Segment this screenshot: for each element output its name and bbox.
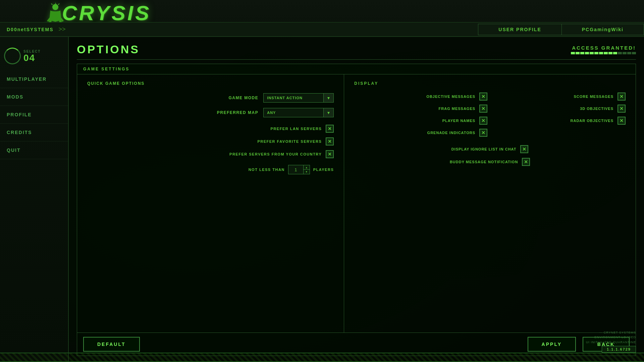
- main-content: OPTIONS ACCESS GRANTED! GAME SETTINGS QU…: [69, 37, 644, 362]
- access-bar-segment-7: [604, 52, 608, 54]
- game-mode-row: GAME MODE INSTANT ACTION ▾: [87, 93, 334, 103]
- score-messages-checkbox[interactable]: [618, 93, 626, 101]
- display-item-grenade: GRENADE INDICATORS: [354, 129, 487, 137]
- objective-messages-label: OBJECTIVE MESSAGES: [426, 95, 475, 99]
- spinner-circle: [4, 48, 21, 64]
- display-options-panel: DISPLAY OBJECTIVE MESSAGES SCORE MESSAGE…: [344, 74, 636, 333]
- version-info: — CRYNET SYSTEMS ENVIRONMENT LOADED UI I…: [586, 330, 636, 353]
- sidebar-nav: MULTIPLAYER MODS PROFILE CREDITS QUIT: [0, 70, 68, 159]
- prefer-country-label: PREFER SERVERS FROM YOUR COUNTRY: [229, 152, 322, 156]
- buddy-message-label: BUDDY MESSAGE NOTIFICATION: [450, 160, 518, 164]
- radar-objectives-checkbox[interactable]: [618, 117, 626, 125]
- 3d-objectives-checkbox[interactable]: [618, 105, 626, 113]
- system-line-3: UI INITIALIZED QUARANTINE: [586, 340, 636, 345]
- access-bar-segment-11: [623, 52, 627, 54]
- buddy-message-row: BUDDY MESSAGE NOTIFICATION: [450, 158, 530, 166]
- preferred-map-label: PREFERRED MAP: [217, 110, 259, 115]
- access-bar-segment-5: [594, 52, 598, 54]
- game-mode-arrow: ▾: [323, 94, 333, 102]
- select-indicator-area: SELECT 04: [4, 48, 41, 64]
- display-ignore-checkbox[interactable]: [520, 145, 528, 153]
- preferred-map-value: ANY: [264, 108, 323, 117]
- sidebar-item-mods[interactable]: MODS: [0, 88, 68, 106]
- players-up[interactable]: ▲: [304, 165, 310, 170]
- display-item-objective: OBJECTIVE MESSAGES: [354, 93, 487, 101]
- access-bar: [571, 52, 636, 54]
- options-panel: GAME SETTINGS QUICK GAME OPTIONS GAME MO…: [77, 64, 636, 356]
- apply-button[interactable]: APPLY: [528, 337, 576, 352]
- preferred-map-select[interactable]: ANY ▾: [263, 108, 334, 117]
- preferred-map-row: PREFERRED MAP ANY ▾: [87, 108, 334, 117]
- nav-system-text: D00netSYSTEMS: [7, 27, 54, 32]
- bottom-area: — CRYNET SYSTEMS ENVIRONMENT LOADED UI I…: [0, 353, 644, 362]
- access-bar-segment-13: [632, 52, 636, 54]
- game-settings-header: GAME SETTINGS: [77, 64, 636, 74]
- players-row: NOT LESS THAN ▲ ▼ PLAYERS: [87, 165, 334, 174]
- nav-tab-user-profile[interactable]: USER PROFILE: [478, 24, 561, 35]
- players-input[interactable]: [288, 165, 303, 174]
- access-bar-segment-10: [618, 52, 622, 54]
- stripe-bar: [0, 353, 644, 362]
- prefer-fav-checkbox[interactable]: [326, 137, 334, 145]
- display-grid: OBJECTIVE MESSAGES SCORE MESSAGES FRAG M…: [354, 93, 626, 137]
- prefer-fav-row: PREFER FAVORITE SERVERS: [87, 137, 334, 145]
- access-bar-segment-4: [590, 52, 594, 54]
- players-down[interactable]: ▼: [304, 170, 310, 174]
- nav-bar: D00netSYSTEMS >> USER PROFILE PCGamingWi…: [0, 22, 644, 36]
- score-messages-label: SCORE MESSAGES: [574, 95, 613, 99]
- select-04-block: SELECT 04: [23, 50, 41, 63]
- player-names-checkbox[interactable]: [479, 117, 487, 125]
- title-bar: OPTIONS ACCESS GRANTED!: [77, 43, 636, 60]
- not-less-than-label: NOT LESS THAN: [249, 168, 285, 172]
- access-bar-segment-2: [580, 52, 584, 54]
- prefer-lan-row: PREFER LAN SERVERS: [87, 125, 334, 133]
- sidebar: SELECT 04 MULTIPLAYER MODS PROFILE CREDI…: [0, 37, 69, 362]
- logo-crysis: CRYSIS: [62, 3, 151, 23]
- nav-tab-pcgaming[interactable]: PCGamingWiki: [561, 24, 644, 35]
- access-bar-segment-0: [571, 52, 575, 54]
- game-mode-value: INSTANT ACTION: [264, 94, 323, 102]
- grenade-indicators-label: GRENADE INDICATORS: [427, 131, 476, 135]
- display-title: DISPLAY: [354, 81, 626, 86]
- objective-messages-checkbox[interactable]: [479, 93, 487, 101]
- system-line-1: — CRYNET SYSTEMS: [586, 330, 636, 335]
- frag-messages-checkbox[interactable]: [479, 105, 487, 113]
- sidebar-item-profile[interactable]: PROFILE: [0, 106, 68, 124]
- display-item-player-names: PLAYER NAMES: [354, 117, 487, 125]
- page-title: OPTIONS: [77, 43, 140, 56]
- prefer-country-row: PREFER SERVERS FROM YOUR COUNTRY: [87, 150, 334, 158]
- game-mode-select[interactable]: INSTANT ACTION ▾: [263, 93, 334, 103]
- sidebar-item-credits[interactable]: CREDITS: [0, 124, 68, 141]
- content-area: SELECT 04 MULTIPLAYER MODS PROFILE CREDI…: [0, 37, 644, 362]
- 3d-objectives-label: 3D OBJECTIVES: [580, 107, 613, 111]
- buddy-message-checkbox[interactable]: [522, 158, 530, 166]
- game-mode-label: GAME MODE: [228, 96, 258, 100]
- top-bar: CRYSIS WARS ® D00netSYSTEMS >> USER PROF…: [0, 0, 644, 37]
- display-item-frag: FRAG MESSAGES: [354, 105, 487, 113]
- sidebar-item-multiplayer[interactable]: MULTIPLAYER: [0, 70, 68, 88]
- players-label: PLAYERS: [313, 168, 334, 172]
- system-line-2: ENVIRONMENT LOADED: [586, 335, 636, 340]
- access-granted-area: ACCESS GRANTED!: [571, 45, 636, 54]
- access-granted-text: ACCESS GRANTED!: [571, 45, 636, 51]
- players-spinner: ▲ ▼: [303, 165, 310, 174]
- display-ignore-label: DISPLAY IGNORE LIST IN CHAT: [451, 147, 517, 151]
- select-number: 04: [23, 53, 41, 63]
- options-body: QUICK GAME OPTIONS GAME MODE INSTANT ACT…: [77, 74, 636, 333]
- access-bar-segment-3: [585, 52, 589, 54]
- prefer-country-checkbox[interactable]: [326, 150, 334, 158]
- access-bar-segment-6: [599, 52, 603, 54]
- display-empty-slot: [492, 129, 626, 137]
- prefer-lan-checkbox[interactable]: [326, 125, 334, 133]
- prefer-lan-label: PREFER LAN SERVERS: [271, 127, 322, 131]
- display-item-radar: RADAR OBJECTIVES: [492, 117, 626, 125]
- sidebar-item-quit[interactable]: QUIT: [0, 141, 68, 159]
- access-bar-segment-9: [613, 52, 617, 54]
- quick-game-options-panel: QUICK GAME OPTIONS GAME MODE INSTANT ACT…: [77, 74, 344, 333]
- nav-arrows: >>: [59, 26, 66, 33]
- display-bottom: DISPLAY IGNORE LIST IN CHAT BUDDY MESSAG…: [354, 145, 626, 166]
- action-bar: DEFAULT APPLY BACK: [77, 333, 636, 356]
- grenade-indicators-checkbox[interactable]: [479, 129, 487, 137]
- preferred-map-arrow: ▾: [323, 108, 333, 117]
- default-button[interactable]: DEFAULT: [83, 337, 140, 352]
